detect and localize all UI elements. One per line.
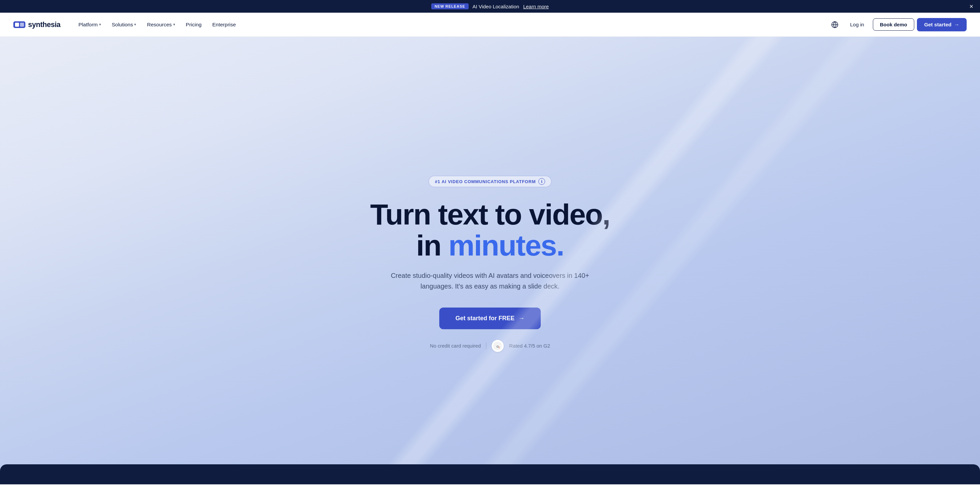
banner-text: AI Video Localization <box>473 4 519 10</box>
globe-icon <box>831 21 838 29</box>
hero-cta-button[interactable]: Get started for FREE → <box>439 307 540 329</box>
chevron-down-icon: ▾ <box>134 22 136 27</box>
logo-link[interactable]: synthesia <box>13 20 60 29</box>
g2-icon: G 2 <box>493 342 502 350</box>
logo-text: synthesia <box>28 21 60 29</box>
arrow-icon: → <box>954 22 959 28</box>
chevron-down-icon: ▾ <box>99 22 101 27</box>
book-demo-button[interactable]: Book demo <box>873 18 914 31</box>
get-started-nav-button[interactable]: Get started → <box>917 18 967 31</box>
learn-more-link[interactable]: Learn more <box>523 4 549 10</box>
svg-rect-1 <box>15 23 19 27</box>
hero-title: Turn text to video, in minutes. <box>370 199 610 261</box>
svg-text:2: 2 <box>499 346 500 349</box>
close-banner-button[interactable]: × <box>969 3 973 10</box>
login-button[interactable]: Log in <box>844 19 870 30</box>
new-release-badge: NEW RELEASE <box>431 3 469 10</box>
nav-enterprise[interactable]: Enterprise <box>208 19 241 30</box>
no-credit-card-text: No credit card required <box>430 343 481 349</box>
synthesia-logo-icon <box>13 20 25 29</box>
navigation: synthesia Platform ▾ Solutions ▾ Resourc… <box>0 13 980 37</box>
nav-pricing[interactable]: Pricing <box>181 19 206 30</box>
hero-subtitle: Create studio-quality videos with AI ava… <box>383 270 597 292</box>
hero-badge: #1 AI VIDEO COMMUNICATIONS PLATFORM ℹ <box>429 176 551 187</box>
divider <box>486 342 486 349</box>
nav-platform[interactable]: Platform ▾ <box>74 19 106 30</box>
language-selector-button[interactable] <box>828 18 842 31</box>
announcement-banner: NEW RELEASE AI Video Localization Learn … <box>0 0 980 13</box>
arrow-icon: → <box>519 315 525 322</box>
nav-links: Platform ▾ Solutions ▾ Resources ▾ Prici… <box>74 19 828 30</box>
svg-rect-2 <box>20 23 24 27</box>
info-icon: ℹ <box>538 178 545 185</box>
chevron-down-icon: ▾ <box>173 22 175 27</box>
dark-bottom-section <box>0 464 980 484</box>
hero-section: #1 AI VIDEO COMMUNICATIONS PLATFORM ℹ Tu… <box>0 37 980 484</box>
nav-resources[interactable]: Resources ▾ <box>142 19 180 30</box>
g2-badge: G 2 <box>492 340 504 352</box>
badge-text: #1 AI VIDEO COMMUNICATIONS PLATFORM <box>435 179 536 184</box>
nav-solutions[interactable]: Solutions ▾ <box>107 19 141 30</box>
hero-title-highlight: minutes. <box>448 229 564 262</box>
nav-right: Log in Book demo Get started → <box>828 18 967 31</box>
g2-rating-text: Rated 4.7/5 on G2 <box>509 343 550 349</box>
social-proof: No credit card required G 2 Rated 4.7/5 … <box>430 340 550 352</box>
